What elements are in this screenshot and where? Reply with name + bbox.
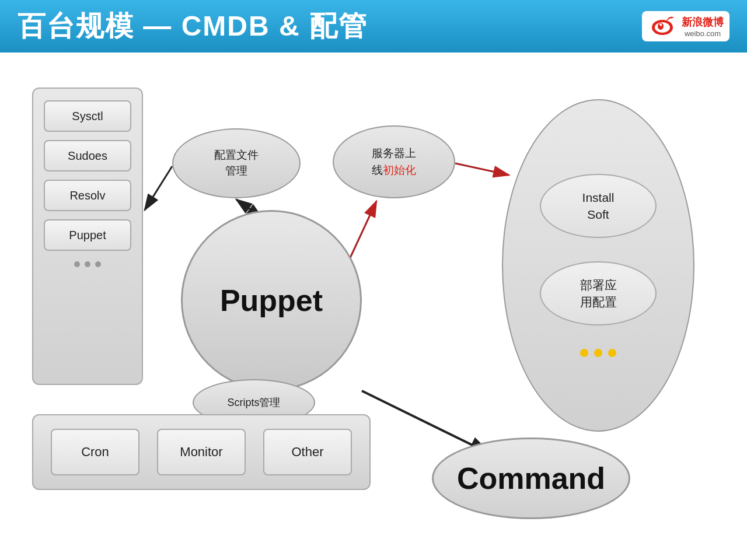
yellow-dot-1 — [580, 349, 588, 357]
right-deploy-panel: InstallSoft 部署应用配置 — [502, 99, 694, 432]
bottom-item-monitor: Monitor — [157, 429, 246, 475]
dot-1 — [74, 261, 80, 267]
bottom-item-cron: Cron — [51, 429, 139, 475]
header: 百台规模 — CMDB & 配管 新浪微博 weibo.com — [0, 0, 747, 52]
server-init-node: 服务器上 线初始化 — [333, 125, 455, 198]
weibo-domain-label: weibo.com — [685, 29, 721, 38]
dot-3 — [95, 261, 101, 267]
weibo-logo: 新浪微博 weibo.com — [642, 11, 729, 41]
yellow-dot-3 — [608, 349, 616, 357]
svg-line-9 — [145, 166, 172, 210]
weibo-branding: 新浪微博 weibo.com — [682, 15, 724, 38]
config-item-sudoes: Sudoes — [44, 140, 131, 172]
config-mgmt-node: 配置文件 管理 — [172, 128, 301, 198]
svg-point-4 — [661, 25, 662, 26]
command-label: Command — [457, 461, 605, 496]
bottom-item-other: Other — [263, 429, 352, 475]
dot-2 — [85, 261, 90, 267]
svg-line-13 — [455, 163, 509, 175]
weibo-sina-label: 新浪微博 — [682, 15, 724, 29]
page-title: 百台规模 — CMDB & 配管 — [18, 8, 368, 45]
deploy-config-node: 部署应用配置 — [540, 261, 657, 326]
puppet-label: Puppet — [220, 283, 323, 318]
svg-line-10 — [236, 200, 251, 210]
command-node: Command — [432, 438, 630, 519]
config-item-sysctl: Sysctl — [44, 100, 131, 132]
left-config-panel: Sysctl Sudoes Resolv Puppet — [32, 88, 143, 385]
config-item-puppet: Puppet — [44, 219, 131, 251]
install-soft-node: InstallSoft — [540, 174, 657, 238]
puppet-node: Puppet — [181, 210, 362, 391]
more-dots — [74, 261, 101, 267]
main-content: Sysctl Sudoes Resolv Puppet 配置文件 管理 服务器上… — [0, 52, 747, 560]
config-item-resolv: Resolv — [44, 180, 131, 211]
right-panel-dots — [580, 349, 616, 357]
yellow-dot-2 — [594, 349, 602, 357]
svg-line-15 — [362, 391, 490, 454]
weibo-icon — [648, 15, 677, 38]
bottom-scripts-panel: Cron Monitor Other — [32, 414, 371, 490]
